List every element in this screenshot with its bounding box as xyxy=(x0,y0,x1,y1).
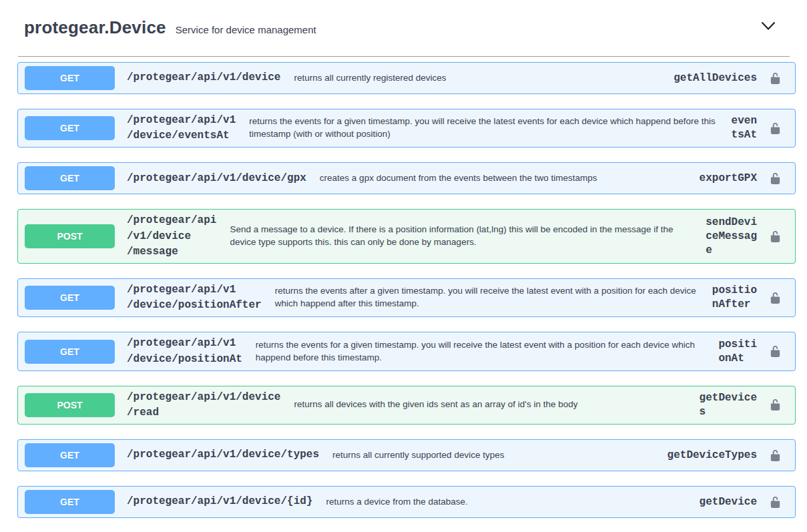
unlock-icon xyxy=(769,345,782,358)
endpoint-row[interactable]: GET /protegear/api/v1 /device/eventsAt r… xyxy=(17,109,796,148)
operation-id: getDevice xyxy=(700,495,757,509)
unlock-icon xyxy=(769,72,782,85)
operation-id: positio nAfter xyxy=(712,284,757,312)
operation-id: sendDevi ceMessag e xyxy=(706,216,757,257)
operation-id: getAllDevices xyxy=(674,71,757,85)
unlock-icon xyxy=(769,292,782,304)
endpoint-description: returns the events for a given timestamp… xyxy=(249,115,731,141)
method-button[interactable]: GET xyxy=(25,66,115,90)
method-button[interactable]: GET xyxy=(25,166,115,190)
service-name: protegear.Device xyxy=(24,17,166,37)
endpoint-row[interactable]: POST /protegear/api /v1/device /message … xyxy=(17,209,796,264)
auth-lock-button[interactable] xyxy=(769,172,782,185)
endpoint-description: returns all devices with the given ids s… xyxy=(294,398,699,411)
endpoint-path: /protegear/api /v1/device /message xyxy=(127,213,216,260)
endpoint-path: /protegear/api/v1/device xyxy=(127,70,280,85)
endpoint-description: returns a device from the database. xyxy=(326,496,699,509)
unlock-icon xyxy=(769,230,782,243)
auth-lock-button[interactable] xyxy=(769,449,782,462)
endpoint-description: returns the events for a given timestamp… xyxy=(256,339,719,364)
endpoint-description: creates a gpx document from the events b… xyxy=(320,172,700,185)
endpoint-row[interactable]: GET /protegear/api/v1/device returns all… xyxy=(17,62,796,94)
auth-lock-button[interactable] xyxy=(769,496,782,509)
endpoint-path: /protegear/api/v1/device/{id} xyxy=(127,494,312,509)
endpoint-row[interactable]: GET /protegear/api/v1 /device/positionAt… xyxy=(17,332,796,370)
operation-id: getDevice s xyxy=(700,391,757,419)
chevron-down-icon xyxy=(761,23,776,33)
endpoint-path: /protegear/api/v1/device/types xyxy=(127,447,319,463)
endpoint-description: returns all currently registered devices xyxy=(294,72,674,85)
method-button[interactable]: GET xyxy=(25,286,115,310)
endpoint-description: returns the events after a given timesta… xyxy=(275,285,712,310)
method-button[interactable]: GET xyxy=(25,340,115,364)
method-button[interactable]: GET xyxy=(25,116,115,140)
endpoint-row[interactable]: GET /protegear/api/v1/device/gpx creates… xyxy=(17,162,796,194)
unlock-icon xyxy=(769,496,782,509)
method-button[interactable]: POST xyxy=(25,224,115,248)
auth-lock-button[interactable] xyxy=(769,72,782,85)
endpoint-row[interactable]: GET /protegear/api/v1/device/types retur… xyxy=(17,439,796,471)
operation-id: exportGPX xyxy=(700,172,757,186)
auth-lock-button[interactable] xyxy=(769,122,782,135)
service-header[interactable]: protegear.DeviceService for device manag… xyxy=(0,0,807,56)
endpoint-description: Send a message to a device. If there is … xyxy=(230,224,706,249)
endpoint-row[interactable]: GET /protegear/api/v1/device/{id} return… xyxy=(17,486,796,518)
operation-id: getDeviceTypes xyxy=(667,449,757,463)
endpoint-path: /protegear/api/v1/device /read xyxy=(127,390,280,421)
collapse-section-button[interactable] xyxy=(760,20,777,34)
operations-list: GET /protegear/api/v1/device returns all… xyxy=(17,62,796,532)
endpoint-path: /protegear/api/v1/device/gpx xyxy=(127,171,306,186)
operation-id: positi onAt xyxy=(718,338,757,366)
unlock-icon xyxy=(769,398,782,411)
unlock-icon xyxy=(769,449,782,462)
auth-lock-button[interactable] xyxy=(769,230,782,243)
method-button[interactable]: GET xyxy=(25,490,115,514)
auth-lock-button[interactable] xyxy=(769,292,782,304)
service-description: Service for device management xyxy=(176,24,316,35)
swagger-page: protegear.DeviceService for device manag… xyxy=(0,0,807,532)
method-button[interactable]: POST xyxy=(25,393,115,417)
endpoint-row[interactable]: GET /protegear/api/v1 /device/positionAf… xyxy=(17,278,796,317)
endpoint-row[interactable]: POST /protegear/api/v1/device /read retu… xyxy=(17,386,796,425)
auth-lock-button[interactable] xyxy=(769,345,782,358)
unlock-icon xyxy=(769,122,782,135)
endpoint-path: /protegear/api/v1 /device/positionAt xyxy=(127,336,242,366)
method-button[interactable]: GET xyxy=(25,443,115,467)
auth-lock-button[interactable] xyxy=(769,398,782,411)
endpoint-path: /protegear/api/v1 /device/eventsAt xyxy=(127,113,236,144)
unlock-icon xyxy=(769,172,782,185)
endpoint-path: /protegear/api/v1 /device/positionAfter xyxy=(127,282,262,313)
header-divider xyxy=(18,56,790,57)
endpoint-description: returns all currently supported device t… xyxy=(332,449,667,462)
operation-id: even tsAt xyxy=(732,114,757,142)
